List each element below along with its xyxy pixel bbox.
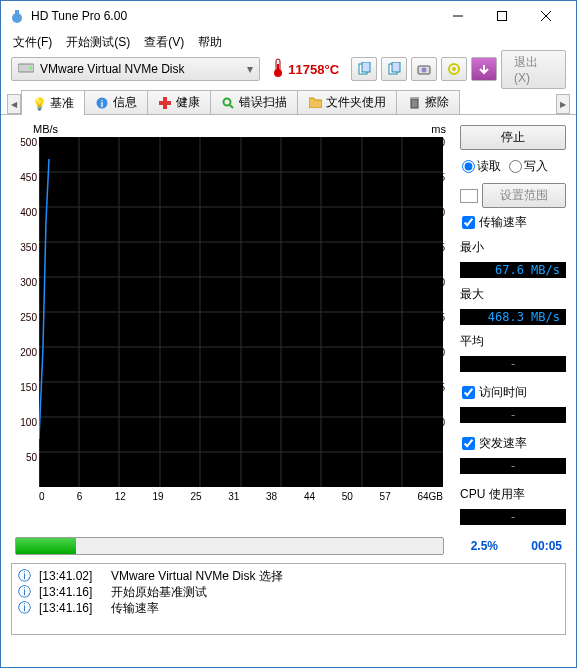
stop-button[interactable]: 停止 [460,125,566,150]
min-value: 67.6 MB/s [460,262,566,278]
progress-percent: 2.5% [454,539,498,553]
close-button[interactable] [524,2,568,30]
svg-rect-23 [411,99,418,108]
burst-value: - [460,458,566,474]
svg-point-0 [12,13,22,23]
info-icon: ⓘ [18,568,31,584]
copy-info-button[interactable] [381,57,407,81]
log-msg: VMware Virtual NVMe Disk 选择 [111,568,559,584]
tab-label: 文件夹使用 [326,94,386,111]
disk-icon [18,62,34,77]
cpu-label: CPU 使用率 [460,486,566,503]
tab-benchmark[interactable]: 💡 基准 [21,90,85,115]
svg-rect-12 [362,62,370,72]
progress-fill [16,538,76,554]
svg-point-16 [422,68,427,73]
svg-rect-1 [15,10,19,14]
tab-label: 健康 [176,94,200,111]
save-button[interactable] [471,57,497,81]
trash-icon [407,96,421,110]
svg-rect-24 [410,97,419,99]
device-name: VMware Virtual NVMe Disk [40,62,184,76]
log-ts: [13:41.16] [39,600,103,616]
set-range-button[interactable]: 设置范围 [482,183,566,208]
range-swatch[interactable] [460,189,478,203]
svg-point-18 [452,67,456,71]
tab-label: 基准 [50,95,74,112]
svg-rect-10 [277,64,279,73]
svg-rect-14 [392,62,400,72]
tab-erase[interactable]: 擦除 [396,90,460,114]
min-label: 最小 [460,239,566,256]
tab-info[interactable]: i 信息 [84,90,148,114]
menu-help[interactable]: 帮助 [192,32,228,53]
plus-icon [158,96,172,110]
progress-row: 2.5% 00:05 [1,533,576,563]
y-left-label: MB/s [33,123,58,135]
tab-label: 错误扫描 [239,94,287,111]
minimize-button[interactable] [436,2,480,30]
log-row: ⓘ [13:41.16] 开始原始基准测试 [18,584,559,600]
log-msg: 传输速率 [111,600,559,616]
max-label: 最大 [460,286,566,303]
app-icon [9,8,25,24]
read-radio[interactable]: 读取 [462,158,501,175]
cpu-value: - [460,509,566,525]
window-title: HD Tune Pro 6.00 [31,9,436,23]
log-msg: 开始原始基准测试 [111,584,559,600]
tab-scroll-right[interactable]: ▶ [556,94,570,114]
tab-error-scan[interactable]: 错误扫描 [210,90,298,114]
maximize-button[interactable] [480,2,524,30]
x-ticks: 06121925313844505764GB [39,491,443,502]
log-row: ⓘ [13:41.16] 传输速率 [18,600,559,616]
temperature-value: 11758°C [288,62,339,77]
svg-line-22 [230,105,233,108]
progress-bar [15,537,444,555]
exit-button[interactable]: 退出(X) [501,50,566,89]
info-icon: ⓘ [18,600,31,616]
write-radio[interactable]: 写入 [509,158,548,175]
tab-label: 擦除 [425,94,449,111]
menu-view[interactable]: 查看(V) [138,32,190,53]
tab-folder-usage[interactable]: 文件夹使用 [297,90,397,114]
menu-file[interactable]: 文件(F) [7,32,58,53]
transfer-rate-check[interactable]: 传输速率 [460,214,566,231]
access-value: - [460,407,566,423]
device-select[interactable]: VMware Virtual NVMe Disk ▾ [11,57,260,81]
tab-scroll-left[interactable]: ◀ [7,94,21,114]
tab-bar: ◀ 💡 基准 i 信息 健康 错误扫描 文件夹使用 擦除 ▶ [1,89,576,115]
info-icon: ⓘ [18,584,31,600]
access-time-check[interactable]: 访问时间 [460,384,566,401]
copy-button[interactable] [351,57,377,81]
plot [39,137,443,487]
temperature-display: 11758°C [272,58,339,81]
chevron-down-icon: ▾ [247,62,253,76]
info-icon: i [95,96,109,110]
settings-button[interactable] [441,57,467,81]
log-ts: [13:41.16] [39,584,103,600]
avg-value: - [460,356,566,372]
log-ts: [13:41.02] [39,568,103,584]
y-right-label: ms [431,123,446,135]
thermometer-icon [272,58,284,81]
titlebar: HD Tune Pro 6.00 [1,1,576,31]
bulb-icon: 💡 [32,97,46,111]
svg-text:i: i [101,99,104,109]
folder-icon [308,96,322,110]
svg-point-7 [30,66,33,69]
log-row: ⓘ [13:41.02] VMware Virtual NVMe Disk 选择 [18,568,559,584]
max-value: 468.3 MB/s [460,309,566,325]
menu-start-test[interactable]: 开始测试(S) [60,32,136,53]
toolbar: VMware Virtual NVMe Disk ▾ 11758°C 退出(X) [1,53,576,85]
side-panel: 停止 读取 写入 设置范围 传输速率 最小 67.6 MB/s 最大 468.3… [460,123,566,525]
burst-check[interactable]: 突发速率 [460,435,566,452]
tab-label: 信息 [113,94,137,111]
svg-point-21 [224,98,231,105]
screenshot-button[interactable] [411,57,437,81]
chart-area: MB/s ms 50045040035030025020015010050 50… [11,123,452,513]
tab-health[interactable]: 健康 [147,90,211,114]
progress-time: 00:05 [508,539,562,553]
svg-rect-3 [498,12,507,21]
log-panel: ⓘ [13:41.02] VMware Virtual NVMe Disk 选择… [11,563,566,635]
avg-label: 平均 [460,333,566,350]
